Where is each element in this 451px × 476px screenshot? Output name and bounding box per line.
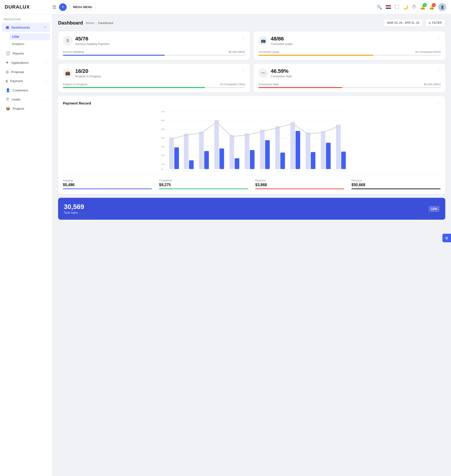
page-header: Dashboard Home › Dashboard MAR 23, 24 - … [58,19,445,27]
legend-awaiting-value: $5,486 [63,183,152,187]
leads-icon: ⏱ [6,97,9,101]
svg-rect-28 [230,135,234,169]
chart-more-icon[interactable]: ⋮ [437,101,440,105]
notification-badge-2: 3 [432,3,436,7]
filter-button[interactable]: ⧖ FILTER [425,19,445,27]
svg-rect-41 [295,131,300,169]
svg-rect-16 [169,138,174,169]
mega-menu-button[interactable]: MEGA MENU [69,4,96,11]
svg-rect-49 [336,125,341,169]
conversion-subtitle: Conversion Rate [271,75,292,78]
payment-record-card: Payment Record ⋮ 70K 60K 50K 40K 30K 20K… [58,96,445,194]
svg-text:JAN/23: JAN/23 [168,170,175,171]
legend-awaiting: Awaiting $5,486 [63,179,152,189]
projects-bar-row: Projects In Progress 16 Completed (78%) [63,83,245,86]
alert-icon[interactable]: 🔔 3 [429,5,434,10]
svg-rect-38 [280,153,285,169]
converted-icon-wrap: 📺 [258,36,268,45]
invoices-bar-row: Invoices Awaiting $5,569 (56%) [63,50,245,53]
avatar[interactable]: 👤 [438,3,446,11]
projects-icon: 📦 [6,106,10,111]
invoices-title: 45/76 [75,36,109,42]
search-icon[interactable]: 🔍 [377,5,382,10]
date-range-button[interactable]: MAR 23, 24 - APR 21, 24 [384,19,423,27]
total-sales-banner: 30,569 Total Sales 12% [58,198,445,220]
notification-icon[interactable]: 🔔 2 [420,5,425,10]
payment-icon: $ [6,79,8,83]
legend-completed: Completed $9,275 [159,179,248,189]
projects-subtitle: Projects In Progress [75,75,101,78]
breadcrumb: Home › Dashboard [86,21,113,25]
sidebar-item-dashboards[interactable]: ▣ Dashboards ▼ [2,23,50,32]
projects-more-icon[interactable]: ⋮ [241,68,245,73]
invoices-more-icon[interactable]: ⋮ [241,36,245,40]
main-content: Dashboard Home › Dashboard MAR 23, 24 - … [52,14,451,476]
fullscreen-icon[interactable]: ⛶ [395,5,399,10]
breadcrumb-home[interactable]: Home [86,21,94,25]
legend-revenue-bar [351,188,440,189]
legend-revenue-label: Revenue [351,179,440,182]
settings-float-button[interactable]: ⚙ [442,234,451,242]
total-sales-info: 30,569 Total Sales [64,203,84,214]
timer-icon[interactable]: ⏱ [412,5,416,10]
sidebar-item-applications[interactable]: ✈ Applications › [2,58,50,67]
conversion-bar-row: Conversion Rate $2,254 (46%) [258,83,440,86]
sidebar-item-leads-label: Leads [12,98,20,101]
svg-text:20K: 20K [161,154,165,157]
sidebar-item-customers-label: Customers [13,88,28,92]
svg-text:SEP/23: SEP/23 [289,170,296,171]
svg-rect-35 [265,140,270,169]
svg-rect-17 [174,147,179,169]
converted-bar-label: Converted Leads [258,50,279,53]
legend-completed-bar [159,188,248,189]
converted-more-icon[interactable]: ⋮ [437,36,440,40]
sidebar-item-leads[interactable]: ⏱ Leads › [2,95,50,104]
plus-button[interactable]: + [59,3,67,11]
flag-icon[interactable] [386,5,391,9]
projects-title: 16/20 [75,68,101,74]
sidebar-item-proposal[interactable]: ◎ Proposal › [2,67,50,76]
theme-icon[interactable]: 🌙 [403,5,408,10]
conversion-bar-label: Conversion Rate [258,83,279,86]
sidebar-item-reports[interactable]: 📋 Reports › [2,49,50,58]
sidebar-item-payment-label: Payment [10,79,23,83]
app-logo: DURALUX [5,4,52,10]
legend-awaiting-bar [63,188,152,189]
svg-rect-34 [260,130,265,169]
sidebar-item-projects[interactable]: 📦 Projects › [2,104,50,113]
projects-bar-value: 16 Completed (78%) [220,83,245,86]
stat-card-top-projects: 💼 16/20 Projects In Progress ⋮ [63,68,245,78]
legend-rejected: Rejected $3,868 [255,179,344,189]
stat-card-conversion: 〜 46.59% Conversion Rate ⋮ Conversion Ra… [254,64,445,92]
svg-rect-43 [306,133,310,169]
converted-icon: 📺 [261,38,266,43]
main-layout: NAVIGATION ▣ Dashboards ▼ CRM Analytics … [0,14,451,476]
svg-text:MAR/23: MAR/23 [197,170,205,171]
sidebar-item-customers[interactable]: 👤 Customers › [2,86,50,95]
hamburger-icon[interactable]: ☰ [52,5,56,10]
legend-rejected-value: $3,868 [255,183,344,187]
breadcrumb-current: Dashboard [98,21,113,25]
svg-rect-32 [250,150,255,169]
legend-revenue: Revenue $50,668 [351,179,440,189]
conversion-more-icon[interactable]: ⋮ [437,68,440,73]
chart-title: Payment Record [63,101,91,105]
svg-rect-22 [199,131,204,169]
total-sales-badge: 12% [429,206,439,212]
conversion-icon-wrap: 〜 [258,68,268,78]
chevron-right-icon: › [45,52,46,55]
stat-card-top-conversion: 〜 46.59% Conversion Rate ⋮ [258,68,440,78]
sidebar-item-payment[interactable]: $ Payment › [2,77,50,86]
legend-rejected-bar [255,188,344,189]
svg-text:FEB/23: FEB/23 [183,170,189,171]
projects-progress-bg [63,87,245,88]
sidebar-subitem-crm[interactable]: CRM [10,33,50,40]
conversion-title: 46.59% [271,68,292,74]
chevron-right-icon-7: › [45,107,46,110]
sidebar-subitem-analytics[interactable]: Analytics [10,40,50,47]
legend-completed-label: Completed [159,179,248,182]
stat-card-top-converted: 📺 48/86 Converted Leads ⋮ [258,36,440,46]
breadcrumb-separator: › [95,21,96,25]
sidebar-item-dashboards-label: Dashboards [12,26,30,29]
svg-text:JUN/23: JUN/23 [244,170,251,171]
